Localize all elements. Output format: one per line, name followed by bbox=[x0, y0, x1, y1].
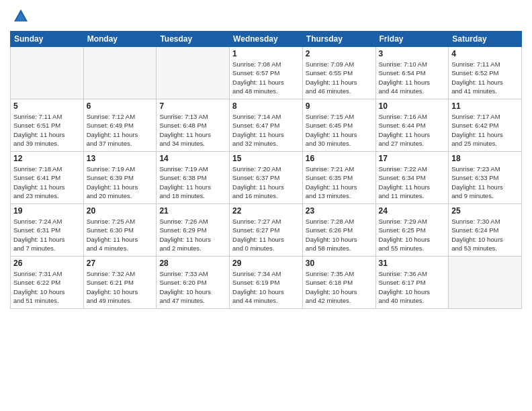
week-row-3: 12Sunrise: 7:18 AMSunset: 6:41 PMDayligh… bbox=[11, 152, 522, 204]
day-number: 18 bbox=[451, 154, 519, 163]
day-number: 2 bbox=[306, 49, 373, 58]
calendar-cell bbox=[157, 47, 230, 99]
calendar-cell: 22Sunrise: 7:27 AMSunset: 6:27 PMDayligh… bbox=[230, 204, 303, 257]
day-number: 12 bbox=[13, 154, 81, 163]
day-number: 15 bbox=[232, 154, 300, 163]
day-number: 17 bbox=[379, 154, 446, 163]
calendar-table: SundayMondayTuesdayWednesdayThursdayFrid… bbox=[10, 31, 522, 309]
day-info: Sunrise: 7:31 AMSunset: 6:22 PMDaylight:… bbox=[13, 269, 81, 305]
day-info: Sunrise: 7:20 AMSunset: 6:37 PMDaylight:… bbox=[232, 165, 300, 200]
day-number: 4 bbox=[451, 49, 519, 58]
calendar-cell: 5Sunrise: 7:11 AMSunset: 6:51 PMDaylight… bbox=[11, 99, 84, 152]
day-number: 26 bbox=[13, 259, 81, 268]
day-info: Sunrise: 7:09 AMSunset: 6:55 PMDaylight:… bbox=[306, 60, 373, 95]
calendar-cell: 23Sunrise: 7:28 AMSunset: 6:26 PMDayligh… bbox=[302, 204, 375, 257]
day-number: 11 bbox=[451, 101, 519, 111]
calendar-cell bbox=[449, 257, 522, 309]
calendar-cell bbox=[11, 47, 84, 99]
calendar-cell: 15Sunrise: 7:20 AMSunset: 6:37 PMDayligh… bbox=[230, 152, 303, 204]
calendar-cell: 4Sunrise: 7:11 AMSunset: 6:52 PMDaylight… bbox=[449, 47, 522, 99]
day-number: 28 bbox=[159, 259, 226, 268]
day-number: 23 bbox=[306, 206, 373, 216]
day-number: 16 bbox=[306, 154, 373, 163]
calendar-cell: 14Sunrise: 7:19 AMSunset: 6:38 PMDayligh… bbox=[157, 152, 230, 204]
day-number: 3 bbox=[379, 49, 446, 58]
calendar-cell: 27Sunrise: 7:32 AMSunset: 6:21 PMDayligh… bbox=[83, 257, 157, 309]
day-info: Sunrise: 7:17 AMSunset: 6:42 PMDaylight:… bbox=[451, 112, 519, 148]
day-number: 20 bbox=[87, 206, 154, 216]
day-number: 5 bbox=[13, 101, 81, 111]
calendar-cell: 28Sunrise: 7:33 AMSunset: 6:20 PMDayligh… bbox=[157, 257, 230, 309]
day-info: Sunrise: 7:33 AMSunset: 6:20 PMDaylight:… bbox=[159, 269, 226, 305]
weekday-header-tuesday: Tuesday bbox=[157, 32, 230, 47]
day-number: 13 bbox=[87, 154, 154, 163]
calendar-cell: 2Sunrise: 7:09 AMSunset: 6:55 PMDaylight… bbox=[302, 47, 375, 99]
calendar-cell: 1Sunrise: 7:08 AMSunset: 6:57 PMDaylight… bbox=[230, 47, 303, 99]
day-number: 10 bbox=[379, 101, 446, 111]
day-info: Sunrise: 7:27 AMSunset: 6:27 PMDaylight:… bbox=[232, 217, 300, 253]
day-info: Sunrise: 7:10 AMSunset: 6:54 PMDaylight:… bbox=[379, 60, 446, 95]
weekday-header-saturday: Saturday bbox=[449, 32, 522, 47]
calendar-cell: 11Sunrise: 7:17 AMSunset: 6:42 PMDayligh… bbox=[449, 99, 522, 152]
day-info: Sunrise: 7:36 AMSunset: 6:17 PMDaylight:… bbox=[379, 269, 446, 305]
day-number: 1 bbox=[232, 49, 300, 58]
day-info: Sunrise: 7:19 AMSunset: 6:39 PMDaylight:… bbox=[87, 165, 154, 200]
day-number: 8 bbox=[232, 101, 300, 111]
calendar-cell: 18Sunrise: 7:23 AMSunset: 6:33 PMDayligh… bbox=[449, 152, 522, 204]
day-number: 22 bbox=[232, 206, 300, 216]
calendar-cell: 29Sunrise: 7:34 AMSunset: 6:19 PMDayligh… bbox=[230, 257, 303, 309]
day-info: Sunrise: 7:28 AMSunset: 6:26 PMDaylight:… bbox=[306, 217, 373, 253]
logo-icon bbox=[11, 7, 30, 26]
weekday-header-monday: Monday bbox=[83, 32, 157, 47]
day-info: Sunrise: 7:11 AMSunset: 6:51 PMDaylight:… bbox=[13, 112, 81, 148]
calendar-cell: 13Sunrise: 7:19 AMSunset: 6:39 PMDayligh… bbox=[83, 152, 157, 204]
day-info: Sunrise: 7:19 AMSunset: 6:38 PMDaylight:… bbox=[159, 165, 226, 200]
week-row-5: 26Sunrise: 7:31 AMSunset: 6:22 PMDayligh… bbox=[11, 257, 522, 309]
weekday-header-thursday: Thursday bbox=[302, 32, 375, 47]
weekday-header-sunday: Sunday bbox=[11, 32, 84, 47]
week-row-2: 5Sunrise: 7:11 AMSunset: 6:51 PMDaylight… bbox=[11, 99, 522, 152]
day-info: Sunrise: 7:24 AMSunset: 6:31 PMDaylight:… bbox=[13, 217, 81, 253]
day-info: Sunrise: 7:25 AMSunset: 6:30 PMDaylight:… bbox=[87, 217, 154, 253]
day-info: Sunrise: 7:12 AMSunset: 6:49 PMDaylight:… bbox=[87, 112, 154, 148]
calendar-cell: 19Sunrise: 7:24 AMSunset: 6:31 PMDayligh… bbox=[11, 204, 84, 257]
day-info: Sunrise: 7:13 AMSunset: 6:48 PMDaylight:… bbox=[159, 112, 226, 148]
calendar-cell: 3Sunrise: 7:10 AMSunset: 6:54 PMDaylight… bbox=[375, 47, 449, 99]
calendar-cell: 8Sunrise: 7:14 AMSunset: 6:47 PMDaylight… bbox=[230, 99, 303, 152]
day-number: 31 bbox=[379, 259, 446, 268]
calendar-cell: 25Sunrise: 7:30 AMSunset: 6:24 PMDayligh… bbox=[449, 204, 522, 257]
day-number: 24 bbox=[379, 206, 446, 216]
day-info: Sunrise: 7:32 AMSunset: 6:21 PMDaylight:… bbox=[87, 269, 154, 305]
day-info: Sunrise: 7:15 AMSunset: 6:45 PMDaylight:… bbox=[306, 112, 373, 148]
calendar-container: SundayMondayTuesdayWednesdayThursdayFrid… bbox=[0, 0, 532, 411]
day-number: 6 bbox=[87, 101, 154, 111]
calendar-cell bbox=[83, 47, 157, 99]
day-number: 25 bbox=[451, 206, 519, 216]
day-info: Sunrise: 7:30 AMSunset: 6:24 PMDaylight:… bbox=[451, 217, 519, 253]
day-number: 21 bbox=[159, 206, 226, 216]
weekday-header-wednesday: Wednesday bbox=[230, 32, 303, 47]
calendar-cell: 7Sunrise: 7:13 AMSunset: 6:48 PMDaylight… bbox=[157, 99, 230, 152]
day-number: 9 bbox=[306, 101, 373, 111]
weekday-header-friday: Friday bbox=[375, 32, 449, 47]
calendar-cell: 16Sunrise: 7:21 AMSunset: 6:35 PMDayligh… bbox=[302, 152, 375, 204]
calendar-cell: 9Sunrise: 7:15 AMSunset: 6:45 PMDaylight… bbox=[302, 99, 375, 152]
calendar-cell: 10Sunrise: 7:16 AMSunset: 6:44 PMDayligh… bbox=[375, 99, 449, 152]
calendar-cell: 12Sunrise: 7:18 AMSunset: 6:41 PMDayligh… bbox=[11, 152, 84, 204]
day-info: Sunrise: 7:11 AMSunset: 6:52 PMDaylight:… bbox=[451, 60, 519, 95]
day-info: Sunrise: 7:21 AMSunset: 6:35 PMDaylight:… bbox=[306, 165, 373, 200]
calendar-cell: 20Sunrise: 7:25 AMSunset: 6:30 PMDayligh… bbox=[83, 204, 157, 257]
day-info: Sunrise: 7:26 AMSunset: 6:29 PMDaylight:… bbox=[159, 217, 226, 253]
day-number: 30 bbox=[306, 259, 373, 268]
calendar-cell: 21Sunrise: 7:26 AMSunset: 6:29 PMDayligh… bbox=[157, 204, 230, 257]
day-info: Sunrise: 7:22 AMSunset: 6:34 PMDaylight:… bbox=[379, 165, 446, 200]
day-info: Sunrise: 7:29 AMSunset: 6:25 PMDaylight:… bbox=[379, 217, 446, 253]
day-number: 29 bbox=[232, 259, 300, 268]
day-number: 14 bbox=[159, 154, 226, 163]
calendar-cell: 30Sunrise: 7:35 AMSunset: 6:18 PMDayligh… bbox=[302, 257, 375, 309]
day-number: 27 bbox=[87, 259, 154, 268]
week-row-4: 19Sunrise: 7:24 AMSunset: 6:31 PMDayligh… bbox=[11, 204, 522, 257]
day-info: Sunrise: 7:08 AMSunset: 6:57 PMDaylight:… bbox=[232, 60, 300, 95]
week-row-1: 1Sunrise: 7:08 AMSunset: 6:57 PMDaylight… bbox=[11, 47, 522, 99]
logo bbox=[10, 7, 30, 26]
